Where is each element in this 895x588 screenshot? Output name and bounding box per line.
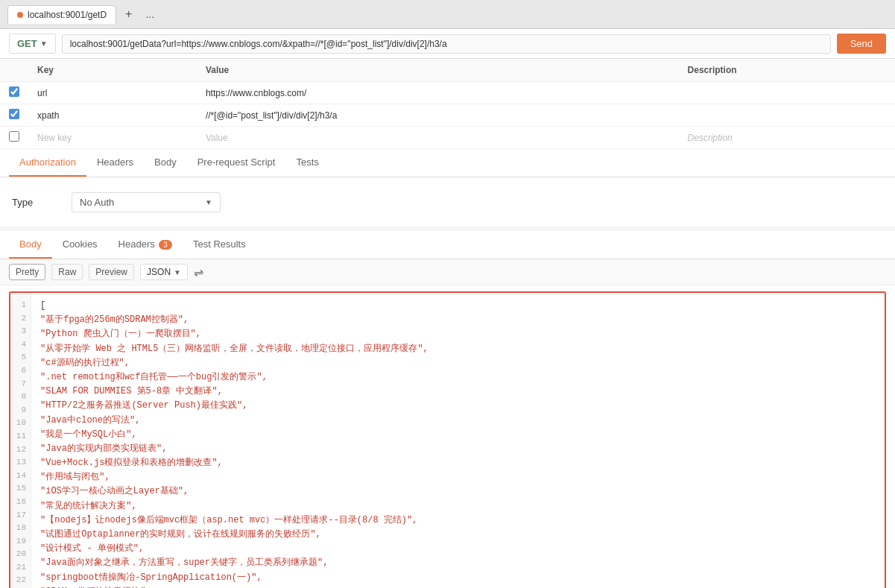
line-number: 11 xyxy=(15,430,26,443)
value-col-header: Value xyxy=(197,59,679,82)
desc-cell: Description xyxy=(679,127,895,149)
line-number: 16 xyxy=(15,496,26,509)
line-number: 10 xyxy=(15,417,26,430)
json-line: "iOS学习一核心动画之Layer基础", xyxy=(40,484,876,499)
row-checkbox[interactable] xyxy=(9,109,19,119)
auth-type-label: Type xyxy=(12,197,57,208)
tab-bar: localhost:9001/getD + ... xyxy=(7,4,159,24)
chevron-down-icon: ▼ xyxy=(40,39,48,48)
description-col-header: Description xyxy=(679,59,895,82)
json-line: "常见的统计解决方案", xyxy=(40,499,876,513)
line-number: 4 xyxy=(15,338,26,352)
auth-row: Type No Auth ▼ xyxy=(12,192,883,212)
json-line: "作用域与闭包", xyxy=(40,470,876,484)
tab-tests[interactable]: Tests xyxy=(285,149,329,177)
body-toolbar: Pretty Raw Preview JSON ▼ ⇌ xyxy=(0,259,895,285)
line-number: 12 xyxy=(15,443,26,457)
line-number: 2 xyxy=(15,312,26,326)
json-line: "从零开始学 Web 之 HTML5（三）网络监听，全屏，文件读取，地理定位接口… xyxy=(40,342,876,356)
auth-type-dropdown[interactable]: No Auth ▼ xyxy=(72,192,221,212)
line-number: 14 xyxy=(15,470,26,483)
send-button[interactable]: Send xyxy=(837,34,886,54)
headers-badge: 3 xyxy=(159,240,172,250)
json-line: "SLAM FOR DUMMIES 第5-8章 中文翻译", xyxy=(40,385,876,399)
value-cell: https://www.cnblogs.com/ xyxy=(197,82,679,104)
json-line: "【nodejs】让nodejs像后端mvc框架（asp.net mvc）一样处… xyxy=(40,513,876,528)
json-content: [ "基于fpga的256m的SDRAM控制器", "Python 爬虫入门（一… xyxy=(31,293,885,588)
value-cell: Value xyxy=(197,127,679,149)
json-line: "HTTP/2之服务器推送(Server Push)最佳实践", xyxy=(40,399,876,413)
line-number: 17 xyxy=(15,509,26,522)
json-line: "我是一个MySQL小白", xyxy=(40,428,876,442)
json-line: "CBAM: 卷积块注意模块" xyxy=(40,585,876,588)
response-tabs: Body Cookies Headers 3 Test Results xyxy=(0,231,895,259)
url-input[interactable] xyxy=(62,34,831,54)
browser-tab[interactable]: localhost:9001/getD xyxy=(7,5,116,24)
json-line: "c#源码的执行过程", xyxy=(40,356,876,370)
line-number: 20 xyxy=(15,548,26,561)
resp-tab-test-results[interactable]: Test Results xyxy=(183,231,256,259)
line-number: 22 xyxy=(15,574,26,587)
line-number: 3 xyxy=(15,325,26,338)
method-dropdown[interactable]: GET ▼ xyxy=(9,34,56,54)
params-section: Key Value Description url https://www.cn… xyxy=(0,59,895,149)
row-checkbox[interactable] xyxy=(9,86,19,97)
resp-tab-headers[interactable]: Headers 3 xyxy=(108,231,183,259)
line-number: 13 xyxy=(15,456,26,470)
line-numbers: 12345678910111213141516171819202122 xyxy=(10,293,31,588)
tab-authorization[interactable]: Authorization xyxy=(9,149,86,177)
json-line: "Java面向对象之继承，方法重写，super关键字，员工类系列继承题", xyxy=(40,556,876,570)
json-lines: 12345678910111213141516171819202122 [ "基… xyxy=(10,293,885,588)
json-line: "Java的实现内部类实现链表", xyxy=(40,442,876,456)
url-bar: GET ▼ Send xyxy=(0,29,895,59)
line-number: 8 xyxy=(15,391,26,404)
json-output: 12345678910111213141516171819202122 [ "基… xyxy=(9,291,886,588)
json-line: "Java中clone的写法", xyxy=(40,414,876,428)
pretty-button[interactable]: Pretty xyxy=(9,264,45,280)
line-number: 6 xyxy=(15,364,26,378)
json-line: [ xyxy=(40,299,876,313)
line-number: 18 xyxy=(15,522,26,535)
json-line: "Vue+Mock.js模拟登录和表格的增删改查", xyxy=(40,456,876,470)
tab-indicator xyxy=(17,12,23,18)
preview-button[interactable]: Preview xyxy=(89,264,134,280)
format-dropdown[interactable]: JSON ▼ xyxy=(140,264,188,280)
row-checkbox[interactable] xyxy=(9,131,19,142)
method-label: GET xyxy=(17,38,37,49)
line-number: 9 xyxy=(15,404,26,417)
line-number: 15 xyxy=(15,482,26,496)
new-tab-button[interactable]: + xyxy=(119,4,138,24)
table-row: url https://www.cnblogs.com/ xyxy=(0,82,895,104)
auth-section: Type No Auth ▼ xyxy=(0,177,895,228)
key-cell: xpath xyxy=(28,104,197,127)
chevron-down-icon: ▼ xyxy=(174,268,181,276)
tab-menu-button[interactable]: ... xyxy=(141,5,159,23)
key-col-header: Key xyxy=(28,59,197,82)
line-number: 21 xyxy=(15,561,26,575)
key-cell: url xyxy=(28,82,197,104)
table-row: New key Value Description xyxy=(0,127,895,149)
json-line: ".net remoting和wcf自托管——一个bug引发的警示", xyxy=(40,370,876,385)
raw-button[interactable]: Raw xyxy=(51,264,83,280)
browser-chrome: localhost:9001/getD + ... xyxy=(0,0,895,29)
auth-type-value: No Auth xyxy=(80,197,114,208)
params-table: Key Value Description url https://www.cn… xyxy=(0,59,895,149)
json-line: "springboot情操陶冶-SpringApplication(一)", xyxy=(40,571,876,585)
response-section: Body Cookies Headers 3 Test Results Pret… xyxy=(0,231,895,588)
wrap-icon[interactable]: ⇌ xyxy=(194,265,203,279)
json-line: "设计模式 - 单例模式", xyxy=(40,542,876,556)
key-cell: New key xyxy=(28,127,197,149)
line-number: 1 xyxy=(15,299,26,312)
resp-tab-body[interactable]: Body xyxy=(9,231,52,259)
json-line: "试图通过Optaplanner的实时规则，设计在线规则服务的失败经历", xyxy=(40,528,876,542)
line-number: 5 xyxy=(15,351,26,364)
resp-tab-cookies[interactable]: Cookies xyxy=(52,231,108,259)
tab-headers[interactable]: Headers xyxy=(86,149,144,177)
checkbox-col-header xyxy=(0,59,28,82)
desc-cell xyxy=(679,104,895,127)
tab-pre-request-script[interactable]: Pre-request Script xyxy=(187,149,286,177)
value-cell: //*[@id="post_list"]/div/div[2]/h3/a xyxy=(197,104,679,127)
tab-body[interactable]: Body xyxy=(144,149,187,177)
json-line: "基于fpga的256m的SDRAM控制器", xyxy=(40,313,876,327)
table-row: xpath //*[@id="post_list"]/div/div[2]/h3… xyxy=(0,104,895,127)
